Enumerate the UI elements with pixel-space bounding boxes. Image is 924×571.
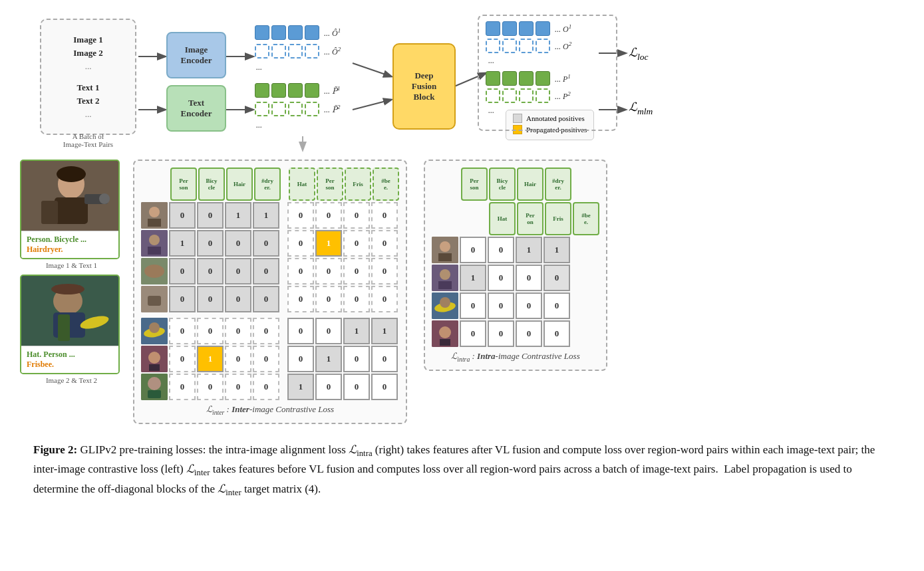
text-feat-row-2: ... P̃2 [255, 102, 341, 116]
text-encoder-box: TextEncoder [166, 85, 226, 132]
cell-7-8: 0 [371, 374, 398, 400]
svg-rect-42 [148, 390, 161, 398]
cell-1-2: 0 [197, 202, 224, 229]
cell-3-5: 0 [287, 258, 314, 285]
intra-cell-4-2: 0 [488, 320, 514, 347]
svg-point-53 [439, 326, 451, 338]
intra-cell-1-1: 0 [460, 237, 486, 263]
cell-5-2: 0 [197, 318, 224, 344]
batch-line-6: ... [85, 109, 92, 120]
intra-row-3: 0 0 0 0 [432, 292, 599, 319]
figure-number: Figure 2: [33, 443, 77, 456]
cell-3-3: 0 [225, 258, 251, 285]
svg-point-51 [440, 297, 450, 308]
row-img-1 [141, 202, 168, 229]
image1-container: Person. Bicycle ... Hairdryer. Image 1 &… [20, 160, 123, 269]
feat-label-p2: ... P̃2 [324, 104, 341, 115]
cell-5-5: 0 [287, 318, 314, 344]
svg-rect-45 [438, 253, 452, 261]
images-panel: Person. Bicycle ... Hairdryer. Image 1 &… [20, 160, 123, 384]
hdr-dryer: #dryer. [254, 168, 281, 201]
inter-matrix-container: Person Bicycle Hair #dryer. Hat Person F… [133, 160, 407, 424]
cell-4-4: 0 [253, 286, 279, 312]
svg-rect-21 [55, 285, 81, 293]
inter-loss-label: ℒinter : Inter-image Contrastive Loss [141, 404, 399, 416]
hdr-hat: Hat [289, 168, 315, 201]
svg-rect-29 [148, 247, 161, 255]
cell-3-2: 0 [197, 258, 224, 285]
cell-2-7: 0 [343, 230, 370, 257]
cell-3-7: 0 [343, 258, 370, 285]
svg-point-41 [148, 377, 161, 390]
intra-loss-label: ℒintra : Intra-image Contrastive Loss [432, 351, 599, 363]
svg-rect-26 [148, 219, 161, 227]
hdr-person2: Person [317, 168, 343, 201]
svg-rect-39 [149, 364, 160, 371]
cell-1-8: 0 [371, 202, 398, 229]
cell-7-5: 1 [287, 374, 314, 400]
cell-5-3: 0 [225, 318, 251, 344]
intra-cell-4-3: 0 [516, 320, 542, 347]
svg-rect-54 [440, 339, 450, 346]
intra-cell-1-2: 0 [488, 237, 514, 263]
feat-sq-bluedash-2 [271, 44, 286, 58]
feat-label-dots: ... [256, 62, 341, 72]
svg-point-31 [144, 265, 164, 278]
cell-4-7: 0 [343, 286, 370, 312]
batch-box: Image 1 Image 2 ... Text 1 Text 2 ... A … [40, 19, 136, 135]
diagram-area: Image 1 Image 2 ... Text 1 Text 2 ... A … [20, 7, 904, 153]
hdr-fris: Fris [345, 168, 371, 201]
image-encoder-label: ImageEncoder [181, 45, 212, 66]
feat-sq-bluedash-3 [288, 44, 303, 58]
cell-4-3: 0 [225, 286, 251, 312]
inter-row-5: 0 0 0 0 0 0 1 1 [141, 318, 399, 344]
svg-point-36 [149, 322, 160, 333]
intra-row-img-4 [432, 320, 458, 347]
intra-cell-2-4: 0 [543, 265, 570, 291]
cell-6-4: 0 [253, 346, 279, 372]
batch-line-1: Image 1 [73, 35, 102, 45]
cell-3-1: 0 [169, 258, 196, 285]
text-feat-dots: ... [256, 120, 341, 130]
cell-6-1: 0 [169, 346, 196, 372]
fusion-block: DeepFusionBlock [392, 43, 456, 130]
feat-label-o2: ... Ô2 [324, 46, 341, 57]
feat-label-o1: ... Ô1 [324, 27, 341, 39]
feat-sq-blue-4 [305, 25, 319, 40]
cell-1-7: 0 [343, 202, 370, 229]
intra-cell-3-4: 0 [543, 292, 570, 319]
intra-row-img-3 [432, 292, 458, 319]
caption-hairdryer: Hairdryer. [27, 245, 63, 254]
intra-row-img-2 [432, 265, 458, 291]
inter-row-4: 0 0 0 0 0 0 0 0 [141, 286, 399, 312]
hdr-hair: Hair [226, 168, 253, 201]
image2-photo [21, 276, 120, 346]
cell-7-3: 0 [225, 374, 251, 400]
batch-line-2: Image 2 [73, 48, 102, 58]
cell-4-2: 0 [197, 286, 224, 312]
cell-1-1: 0 [169, 202, 196, 229]
intra-cell-3-2: 0 [488, 292, 514, 319]
cell-6-8: 0 [371, 346, 398, 372]
image1-box: Person. Bicycle ... Hairdryer. [20, 160, 120, 259]
cell-2-5: 0 [287, 230, 314, 257]
cell-7-6: 0 [315, 374, 342, 400]
svg-rect-23 [58, 314, 70, 341]
cell-4-8: 0 [371, 286, 398, 312]
feat-label-p1: ... P̃1 [324, 85, 341, 96]
intra-hdr-person: Person [461, 168, 488, 201]
cell-5-1: 0 [169, 318, 196, 344]
cell-1-5: 0 [287, 202, 314, 229]
caption-hat-person: Hat. Person ... [27, 350, 75, 359]
cell-6-3: 0 [225, 346, 251, 372]
intra-hdr-hat: Hat [489, 202, 516, 235]
cell-2-6: 1 [315, 230, 342, 257]
feat-sq-bluedash-1 [255, 44, 269, 58]
fusion-block-label: DeepFusionBlock [412, 70, 437, 102]
row-img-2 [141, 230, 168, 257]
svg-point-28 [149, 235, 160, 245]
svg-rect-33 [148, 296, 161, 306]
cell-4-1: 0 [169, 286, 196, 312]
cell-7-4: 0 [253, 374, 279, 400]
image-encoder-box: ImageEncoder [166, 32, 226, 78]
